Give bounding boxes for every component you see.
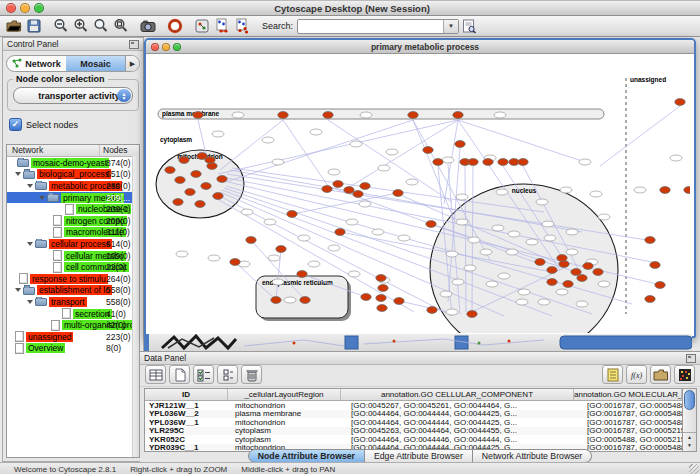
selected-gene-node[interactable] [205, 157, 215, 164]
selected-gene-node[interactable] [278, 112, 288, 119]
gene-node[interactable] [360, 112, 372, 118]
selected-gene-node[interactable] [195, 201, 205, 208]
tree-row-transport[interactable]: transport558(0) [7, 296, 139, 308]
selected-gene-node[interactable] [173, 199, 183, 206]
tree-row-cellular-process[interactable]: cellular process614(0) [7, 238, 139, 250]
gene-node[interactable] [264, 219, 276, 225]
disclosure-triangle-icon[interactable] [27, 300, 33, 304]
tree-row-primary-metabo[interactable]: primary metabo209(... [7, 192, 139, 204]
gene-node[interactable] [298, 235, 310, 241]
gene-node[interactable] [566, 249, 578, 255]
tree-row-mosaic-demo-yeast[interactable]: mosaic-demo-yeast874(0) [7, 157, 139, 169]
gene-node[interactable] [670, 155, 682, 161]
column-header-3[interactable]: annotation.GO MOLECULAR_FUNCTION [574, 389, 682, 400]
tree-row-biological-process[interactable]: biological_process651(0) [7, 169, 139, 181]
column-header-2[interactable]: annotation.GO CELLULAR_COMPONENT [341, 389, 574, 400]
disclosure-triangle-icon[interactable] [15, 288, 21, 292]
tab-network[interactable]: Network [7, 56, 66, 71]
gene-node[interactable] [456, 219, 468, 225]
gene-node[interactable] [446, 309, 458, 315]
tree-row-metabolic-process[interactable]: metabolic process280(0) [7, 180, 139, 192]
gene-node[interactable] [378, 165, 390, 171]
selected-gene-node[interactable] [593, 269, 603, 276]
select-attributes-icon[interactable] [193, 365, 214, 384]
selected-gene-node[interactable] [179, 157, 189, 164]
attribute-editor-icon[interactable] [602, 365, 623, 384]
selected-gene-node[interactable] [655, 282, 665, 289]
select-nodes-checkbox[interactable]: ✓ [9, 118, 22, 131]
gene-node[interactable] [494, 112, 506, 118]
network-canvas[interactable]: plasma membranecytoplasmmitochondrionnuc… [146, 54, 690, 333]
node-color-combobox[interactable]: transporter activity ▲▼ [13, 87, 133, 104]
gene-node[interactable] [328, 169, 340, 175]
gene-node[interactable] [560, 187, 572, 193]
table-row-YPL036W__2[interactable]: YPL036W__2plasma membrane[GO:0044464, GO… [145, 410, 682, 419]
gene-node[interactable] [328, 245, 340, 251]
gene-node[interactable] [516, 299, 528, 305]
gene-node[interactable] [350, 141, 362, 147]
selected-gene-node[interactable] [675, 99, 685, 106]
snapshot-icon[interactable] [139, 18, 157, 35]
selected-gene-node[interactable] [684, 187, 690, 194]
destroy-network-view-icon[interactable] [233, 18, 251, 35]
tab-node-attribute-browser[interactable]: Node Attribute Browser [248, 449, 365, 463]
gene-node[interactable] [232, 112, 244, 118]
selected-gene-node[interactable] [650, 262, 660, 269]
selected-gene-node[interactable] [577, 275, 587, 282]
selected-gene-node[interactable] [645, 237, 655, 244]
selected-gene-node[interactable] [297, 271, 307, 278]
table-row-YJR121W__1[interactable]: YJR121W__1mitochondrion[GO:0045267, GO:0… [145, 401, 682, 410]
save-icon[interactable] [25, 18, 43, 35]
selected-gene-node[interactable] [423, 147, 433, 154]
delete-attribute-icon[interactable] [241, 365, 262, 384]
selected-gene-node[interactable] [393, 190, 403, 197]
selected-gene-node[interactable] [583, 263, 593, 270]
search-dropdown-icon[interactable]: ▼ [443, 20, 458, 33]
table-mode-icon[interactable] [145, 365, 166, 384]
gene-node[interactable] [556, 289, 568, 295]
tree-row-cellular-metabo[interactable]: cellular metabo209(0) [7, 250, 139, 262]
table-row-YPL036W__1[interactable]: YPL036W__1mitochondrion[GO:0044464, GO:0… [145, 418, 682, 427]
selected-gene-node[interactable] [213, 193, 223, 200]
gene-node[interactable] [346, 219, 358, 225]
disclosure-triangle-icon[interactable] [39, 196, 45, 200]
combobox-stepper-icon[interactable]: ▲▼ [117, 89, 131, 102]
table-row-YKR052C[interactable]: YKR052Ccytoplasm[GO:0044464, GO:0044446,… [145, 435, 682, 444]
selected-gene-node[interactable] [376, 295, 386, 302]
tab-mosaic[interactable]: Mosaic [66, 56, 125, 71]
gene-node[interactable] [241, 209, 253, 215]
gene-node[interactable] [598, 281, 610, 287]
tree-column-network[interactable]: Network [7, 145, 100, 156]
selected-gene-node[interactable] [455, 141, 465, 148]
selected-gene-node[interactable] [376, 275, 386, 282]
tab-overflow-arrow-icon[interactable]: ▶ [125, 56, 139, 71]
selected-gene-node[interactable] [563, 281, 573, 288]
column-header-0[interactable]: ID [145, 389, 228, 400]
gene-node[interactable] [406, 179, 418, 185]
column-header-1[interactable]: _cellularLayoutRegion [228, 389, 341, 400]
gene-node[interactable] [506, 249, 518, 255]
network-overview-icon[interactable] [193, 18, 211, 35]
gene-node[interactable] [262, 137, 274, 143]
float-data-panel-icon[interactable] [686, 354, 696, 363]
disclosure-triangle-icon[interactable] [27, 242, 33, 246]
tree-row-nitrogen-compo[interactable]: nitrogen compo209(0) [7, 215, 139, 227]
disclosure-triangle-icon[interactable] [27, 184, 33, 188]
gene-node[interactable] [579, 159, 591, 165]
selected-gene-node[interactable] [191, 171, 201, 178]
formula-builder-icon[interactable]: f(x) [626, 365, 647, 384]
selected-gene-node[interactable] [175, 177, 185, 184]
gene-node[interactable] [518, 289, 530, 295]
selected-gene-node[interactable] [378, 285, 388, 292]
gene-node[interactable] [310, 129, 322, 135]
zoom-in-icon[interactable] [72, 18, 90, 35]
network-close-button[interactable] [151, 43, 159, 51]
tree-row-nucleobase-c[interactable]: nucleobase-c209(0) [7, 203, 139, 215]
search-settings-icon[interactable] [460, 18, 478, 35]
zoom-window-button[interactable] [34, 3, 44, 13]
selected-gene-node[interactable] [645, 296, 655, 303]
app-titlebar[interactable]: Cytoscape Desktop (New Session) [0, 1, 700, 16]
gene-node[interactable] [496, 189, 508, 195]
selected-gene-node[interactable] [394, 298, 404, 305]
selected-gene-node[interactable] [246, 237, 256, 244]
